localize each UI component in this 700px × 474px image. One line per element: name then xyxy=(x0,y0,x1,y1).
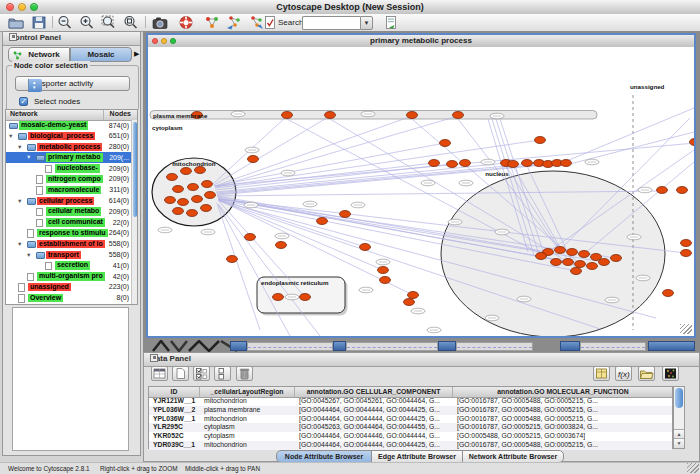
table-cell[interactable]: cytoplasm xyxy=(200,423,295,432)
node-color-dropdown[interactable]: transporter activity ▲▼ xyxy=(15,76,130,91)
graph-node[interactable] xyxy=(579,251,590,258)
table-cell[interactable]: [GO:0045267, GO:0045261, GO:0044464, G..… xyxy=(295,397,453,406)
tree-row[interactable]: ▼biological_process651(0) xyxy=(6,131,132,142)
graph-node[interactable] xyxy=(663,290,674,297)
table-cell[interactable]: [GO:0016787, GO:0005488, GO:0005215, G..… xyxy=(453,406,674,415)
graph-node[interactable] xyxy=(201,205,212,212)
graph-node[interactable] xyxy=(555,247,566,254)
scroll-down-button[interactable]: ▼ xyxy=(674,438,684,448)
graph-node[interactable] xyxy=(587,263,598,270)
float-panel-icon[interactable] xyxy=(9,33,17,41)
expand-toggle-icon[interactable]: ▼ xyxy=(17,144,22,150)
table-cell[interactable]: [GO:0016787, GO:0005488, GO:0005215, G..… xyxy=(453,397,674,406)
table-cell[interactable]: [GO:0016787, GO:0005488, GO:0005215, G..… xyxy=(453,441,674,450)
table-cell[interactable]: [GO:0044464, GO:0044444, GO:0044425, G..… xyxy=(295,441,453,450)
attribute-matrix-button[interactable] xyxy=(662,366,679,381)
graph-node[interactable] xyxy=(447,161,458,168)
network-view-window[interactable]: primary metabolic process plasma membran… xyxy=(146,33,696,338)
zoom-out-button[interactable] xyxy=(57,15,73,30)
graph-node[interactable] xyxy=(571,268,582,275)
graph-node[interactable] xyxy=(276,242,287,249)
graph-node[interactable] xyxy=(380,277,391,284)
graph-node[interactable] xyxy=(282,112,293,119)
table-row[interactable]: YPL036W__2plasma membrane[GO:0044464, GO… xyxy=(149,406,672,415)
graph-node[interactable] xyxy=(188,184,199,191)
graph-node[interactable] xyxy=(192,196,203,203)
search-input[interactable] xyxy=(302,16,360,30)
table-column-header[interactable]: annotation.GO MOLECULAR_FUNCTION xyxy=(453,387,674,397)
table-cell[interactable]: [GO:0005488, GO:0005215, GO:0003674] xyxy=(453,432,674,441)
graph-node[interactable] xyxy=(404,299,415,306)
hidden-window-fragment[interactable] xyxy=(456,342,533,351)
tree-row[interactable]: mosaic-demo-yeast874(0) xyxy=(6,120,132,131)
table-row[interactable]: YDR039C__1mitochondrion[GO:0044464, GO:0… xyxy=(149,441,672,450)
graph-node[interactable] xyxy=(317,218,328,225)
tab-mosaic[interactable]: Mosaic xyxy=(70,47,132,62)
network-overview-button[interactable] xyxy=(204,15,220,30)
table-cell[interactable]: YKR052C xyxy=(149,432,200,441)
tree-row[interactable]: Overview8(0) xyxy=(6,293,132,304)
more-tabs-arrow[interactable]: ▶ xyxy=(134,50,139,58)
graph-node[interactable] xyxy=(273,294,284,301)
import-network-button[interactable] xyxy=(226,15,242,30)
tree-row[interactable]: secretion41(0) xyxy=(6,260,132,271)
import-attributes-button[interactable] xyxy=(383,15,399,30)
tree-row[interactable]: ▼metabolic process280(0) xyxy=(6,142,132,153)
expand-toggle-icon[interactable]: ▼ xyxy=(26,154,31,160)
graph-node[interactable] xyxy=(227,256,238,263)
table-cell[interactable]: [GO:0044464, GO:0044446, GO:0044444, G..… xyxy=(295,432,453,441)
tree-row[interactable]: ▼establishment of lo558(0) xyxy=(6,239,132,250)
graph-node[interactable] xyxy=(187,210,198,217)
tree-row[interactable]: macromolecule311(0) xyxy=(6,185,132,196)
tree-row[interactable]: response to stimulu264(0) xyxy=(6,228,132,239)
table-cell[interactable]: [GO:0044464, GO:0044444, GO:0044425, G..… xyxy=(295,415,453,424)
open-file-button[interactable] xyxy=(8,15,24,30)
graph-node[interactable] xyxy=(551,259,562,266)
float-panel-icon[interactable] xyxy=(150,354,158,362)
function-builder-button[interactable]: f(x) xyxy=(615,366,632,381)
graph-node[interactable] xyxy=(181,168,192,175)
expand-toggle-icon[interactable]: ▼ xyxy=(17,241,22,247)
attribute-grid-button[interactable] xyxy=(151,366,168,381)
tab-network[interactable]: Network xyxy=(8,47,70,62)
graph-node[interactable] xyxy=(300,294,311,301)
graph-node[interactable] xyxy=(681,250,692,257)
hidden-window-fragment[interactable] xyxy=(648,341,695,351)
table-cell[interactable]: [GO:0045263, GO:0044464, GO:0044455, G..… xyxy=(295,423,453,432)
tree-row[interactable]: ▼cellular process614(0) xyxy=(6,196,132,207)
tree-row[interactable]: multi-organism pro42(0) xyxy=(6,271,132,282)
hidden-window-fragment[interactable] xyxy=(560,341,580,351)
graph-node[interactable] xyxy=(508,161,519,168)
window-resize-grip[interactable] xyxy=(680,324,692,334)
graph-node[interactable] xyxy=(173,186,184,193)
graph-node[interactable] xyxy=(535,137,546,144)
expand-toggle-icon[interactable]: ▼ xyxy=(17,198,22,204)
new-attribute-button[interactable] xyxy=(172,366,189,381)
zoom-in-button[interactable] xyxy=(79,15,95,30)
delete-attribute-button[interactable] xyxy=(236,366,253,381)
graph-node[interactable] xyxy=(195,167,206,174)
unselect-attributes-button[interactable] xyxy=(214,366,231,381)
graph-node[interactable] xyxy=(563,259,574,266)
table-row[interactable]: YKR052Ccytoplasm[GO:0044464, GO:0044446,… xyxy=(149,432,672,441)
graph-node[interactable] xyxy=(677,187,688,194)
hidden-window-fragment[interactable] xyxy=(230,341,247,351)
hidden-window-fragment[interactable] xyxy=(247,342,333,351)
graph-node[interactable] xyxy=(567,249,578,256)
table-cell[interactable]: plasma membrane xyxy=(200,406,295,415)
tree-row[interactable]: nitrogen compo209(0) xyxy=(6,174,132,185)
network-canvas[interactable]: plasma membranecytoplasmmitochondrionnuc… xyxy=(148,47,694,336)
graph-node[interactable] xyxy=(248,156,259,163)
save-session-button[interactable] xyxy=(31,15,47,30)
graph-node[interactable] xyxy=(205,192,216,199)
table-cell[interactable]: YPL036W__2 xyxy=(149,406,200,415)
search-dropdown-button[interactable]: ▼ xyxy=(360,16,373,30)
graph-node[interactable] xyxy=(178,199,189,206)
tree-scrollbar[interactable] xyxy=(131,120,137,304)
table-column-header[interactable]: ID xyxy=(149,387,200,397)
table-cell[interactable]: mitochondrion xyxy=(200,441,295,450)
graph-node[interactable] xyxy=(690,139,695,146)
expand-toggle-icon[interactable]: ▼ xyxy=(26,252,31,258)
tree-row[interactable]: unassigned223(0) xyxy=(6,282,132,293)
graph-node[interactable] xyxy=(408,292,419,299)
